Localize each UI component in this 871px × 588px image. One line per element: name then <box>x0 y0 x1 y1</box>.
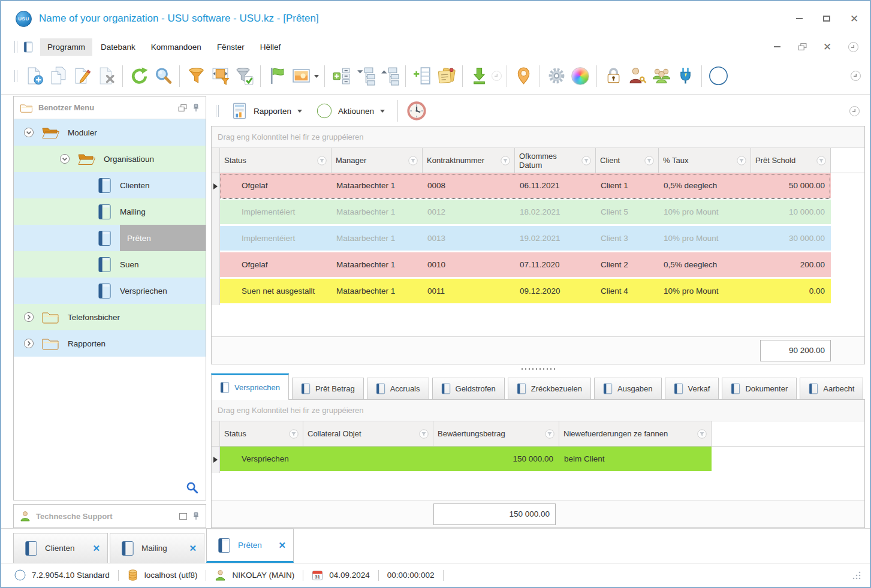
maximize-button[interactable] <box>822 14 831 23</box>
close-tab-icon[interactable]: ✕ <box>92 543 100 554</box>
menubar-drag-handle[interactable] <box>14 41 17 53</box>
location-button[interactable] <box>511 64 535 88</box>
tree-item-telefonsbicher[interactable]: Telefonsbicher <box>14 304 206 330</box>
filter-range-button[interactable] <box>208 64 232 88</box>
tab-pret-betrag[interactable]: Prêt Betrag <box>292 378 364 399</box>
tab-verspriechen[interactable]: Verspriechen <box>211 373 289 400</box>
actions-menu-button[interactable]: Aktiounen <box>311 99 391 122</box>
tab-zreckbezuelen[interactable]: Zréckbezuelen <box>508 378 591 399</box>
filter-funnel-icon[interactable] <box>317 156 327 165</box>
filter-funnel-icon[interactable] <box>644 156 654 165</box>
table-row[interactable]: Ofgelaf Mataarbechter 1 0010 07.11.2020 … <box>212 252 864 279</box>
column-header-kontraktnummer[interactable]: Kontraktnummer <box>423 148 515 173</box>
resize-grip[interactable] <box>852 571 861 580</box>
pin-panel-icon[interactable] <box>192 104 200 112</box>
actionsbar-drag-handle[interactable] <box>216 105 219 117</box>
group-by-bar[interactable]: Drag eng Kolonntitel hei fir ze gruppéie… <box>212 126 864 148</box>
close-tab-icon[interactable]: ✕ <box>278 540 286 551</box>
tree-item-rapporten[interactable]: Rapporten <box>14 330 206 357</box>
search-button[interactable] <box>151 64 175 88</box>
flag-button[interactable] <box>265 64 289 88</box>
tree-search-icon[interactable] <box>186 481 198 494</box>
tree-item-suen[interactable]: Suen <box>14 251 206 278</box>
window-tab-mailing[interactable]: Mailing ✕ <box>110 533 204 563</box>
security-button[interactable] <box>601 64 625 88</box>
settings-button[interactable] <box>544 64 568 88</box>
tab-accruals[interactable]: Accruals <box>367 378 429 399</box>
window-tab-clienten[interactable]: Clienten ✕ <box>13 533 108 563</box>
new-document-button[interactable] <box>22 64 46 88</box>
tab-geldstrofen[interactable]: Geldstrofen <box>432 378 505 399</box>
column-header-status[interactable]: Status <box>220 148 331 173</box>
collapse-nodes-button[interactable] <box>353 64 377 88</box>
about-button[interactable] <box>706 64 730 88</box>
column-header-pret-schold[interactable]: Prêt Schold <box>751 148 831 173</box>
filter-funnel-icon[interactable] <box>419 429 429 439</box>
tree-item-verspriechen[interactable]: Verspriechen <box>14 278 206 304</box>
window-tab-preten[interactable]: Prêten ✕ <box>206 529 294 563</box>
filter-funnel-icon[interactable] <box>545 429 554 439</box>
tab-verkaf[interactable]: Verkaf <box>665 378 719 399</box>
appearance-button[interactable] <box>568 64 592 88</box>
menu-item-datebank[interactable]: Datebank <box>94 38 143 56</box>
edit-document-button[interactable] <box>70 64 94 88</box>
filter-funnel-icon[interactable] <box>737 156 746 165</box>
filter-funnel-icon[interactable] <box>289 429 299 439</box>
tab-ausgaben[interactable]: Ausgaben <box>594 378 662 399</box>
notes-button[interactable] <box>434 64 458 88</box>
mdi-restore-button[interactable] <box>797 42 807 52</box>
close-button[interactable]: ✕ <box>849 14 859 23</box>
column-header-status[interactable]: Status <box>220 421 303 446</box>
filter-funnel-icon[interactable] <box>816 156 826 165</box>
expand-node-icon[interactable] <box>23 312 34 322</box>
column-header-ofkommes-datum[interactable]: Ofkommes Datum <box>515 148 596 173</box>
plugin-button[interactable] <box>673 64 697 88</box>
filter-button[interactable] <box>184 64 208 88</box>
table-row[interactable]: Implementéiert Mataarbechter 1 0013 19.0… <box>212 226 864 252</box>
grid-splitter[interactable] <box>211 364 865 373</box>
filter-apply-button[interactable] <box>232 64 256 88</box>
expand-nodes-button[interactable] <box>329 64 353 88</box>
tab-dokumenter[interactable]: Dokumenter <box>722 378 797 399</box>
mdi-close-button[interactable]: ✕ <box>822 42 832 52</box>
tree-item-clienten[interactable]: Clienten <box>14 172 206 198</box>
toolbar-options-icon[interactable] <box>850 70 861 82</box>
menu-item-hellef[interactable]: Hëllef <box>253 38 288 56</box>
filter-funnel-icon[interactable] <box>581 156 591 165</box>
column-header-manager[interactable]: Manager <box>331 148 423 173</box>
expand-panel-icon[interactable] <box>179 513 187 520</box>
column-header-client[interactable]: Client <box>596 148 659 173</box>
tree-item-mailing[interactable]: Mailing <box>14 198 206 225</box>
close-tab-icon[interactable]: ✕ <box>189 543 197 554</box>
column-header-collateral-objet[interactable]: Collateral Objet <box>303 421 433 446</box>
filter-funnel-icon[interactable] <box>697 429 707 439</box>
table-row[interactable]: Verspriechen 150 000.00 beim Client <box>212 447 864 473</box>
actionsbar-options-icon[interactable] <box>849 105 860 117</box>
pin-panel-icon[interactable] <box>192 512 200 520</box>
filter-funnel-icon[interactable] <box>408 156 418 165</box>
column-header-bewaertungsbetrag[interactable]: Bewäertungsbetrag <box>433 421 559 446</box>
collapse-node-icon[interactable] <box>23 127 34 138</box>
group-by-bar[interactable]: Drag eng Kolonntitel hei fir ze gruppéie… <box>212 400 864 421</box>
reports-menu-button[interactable]: Rapporten <box>226 99 308 122</box>
collapse-node-icon[interactable] <box>59 153 70 164</box>
menu-item-kommandoen[interactable]: Kommandoen <box>144 38 209 56</box>
table-row[interactable]: Ofgelaf Mataarbechter 1 0008 06.11.2021 … <box>212 173 864 200</box>
column-header-taux[interactable]: % Taux <box>659 148 751 173</box>
menu-item-programm[interactable]: Programm <box>40 38 92 56</box>
tree-item-moduler[interactable]: Moduler <box>14 119 206 146</box>
column-header-niewefuerderungen[interactable]: Niewefuerderungen ze fannen <box>559 421 712 446</box>
tab-aarbecht[interactable]: Aarbecht <box>800 378 863 399</box>
tree-item-organisatioun[interactable]: Organisatioun <box>14 146 206 172</box>
menu-item-fenster[interactable]: Fënster <box>210 38 252 56</box>
users-button[interactable] <box>649 64 673 88</box>
table-row[interactable]: Suen net ausgestallt Mataarbechter 1 001… <box>212 279 864 305</box>
image-dropdown-caret[interactable] <box>314 75 319 80</box>
expand-up-button[interactable] <box>377 64 401 88</box>
user-rights-button[interactable] <box>625 64 649 88</box>
export-options-icon[interactable] <box>491 70 502 82</box>
add-record-button[interactable] <box>410 64 434 88</box>
refresh-button[interactable] <box>127 64 151 88</box>
float-panel-icon[interactable] <box>178 104 187 112</box>
minimize-button[interactable] <box>794 14 804 23</box>
